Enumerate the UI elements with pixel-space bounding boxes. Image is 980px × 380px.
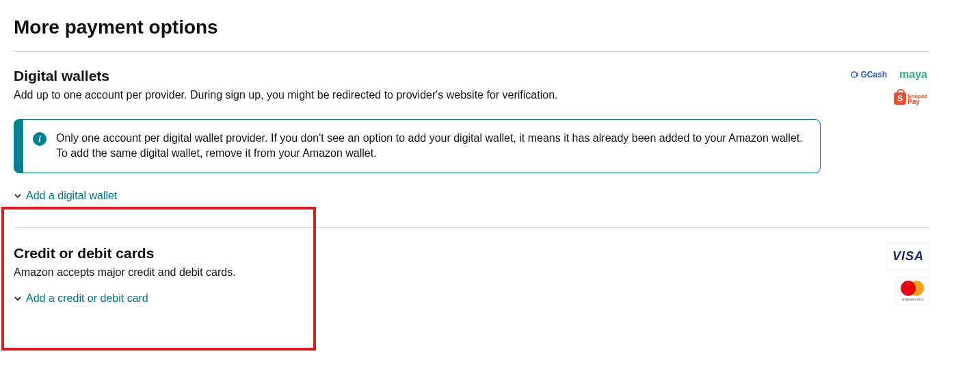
digital-wallets-section: Digital wallets Add up to one account pe…	[14, 66, 930, 215]
page-title: More payment options	[14, 14, 930, 40]
gcash-logo-icon: GCash	[848, 68, 890, 82]
digital-wallets-heading: Digital wallets	[14, 66, 834, 86]
digital-wallet-alert-text: Only one account per digital wallet prov…	[56, 131, 806, 162]
shopeepay-logo-icon: ShopeePay	[891, 91, 930, 106]
section-divider	[14, 227, 930, 228]
info-icon: i	[33, 132, 47, 146]
cards-section: Credit or debit cards Amazon accepts maj…	[14, 243, 930, 318]
chevron-down-icon	[14, 294, 22, 303]
digital-wallet-info-alert: i Only one account per digital wallet pr…	[14, 119, 821, 173]
cards-subtext: Amazon accepts major credit and debit ca…	[14, 265, 873, 280]
svg-point-0	[851, 72, 857, 77]
digital-wallet-provider-logos: GCash maya ShopeePay	[848, 66, 930, 106]
digital-wallets-subtext: Add up to one account per provider. Duri…	[14, 88, 834, 103]
cards-heading: Credit or debit cards	[14, 243, 873, 263]
title-divider	[14, 51, 930, 52]
chevron-down-icon	[14, 192, 22, 200]
card-brand-logos: VISA mastercard	[886, 243, 930, 305]
page-container: More payment options Digital wallets Add…	[14, 14, 930, 318]
add-card-link[interactable]: Add a credit or debit card	[14, 291, 148, 306]
add-digital-wallet-link[interactable]: Add a digital wallet	[14, 188, 117, 203]
add-card-label: Add a credit or debit card	[26, 291, 148, 306]
mastercard-logo-icon: mastercard	[895, 277, 930, 305]
add-digital-wallet-label: Add a digital wallet	[26, 188, 117, 203]
maya-logo-icon: maya	[897, 66, 930, 84]
visa-logo-icon: VISA	[886, 243, 930, 270]
